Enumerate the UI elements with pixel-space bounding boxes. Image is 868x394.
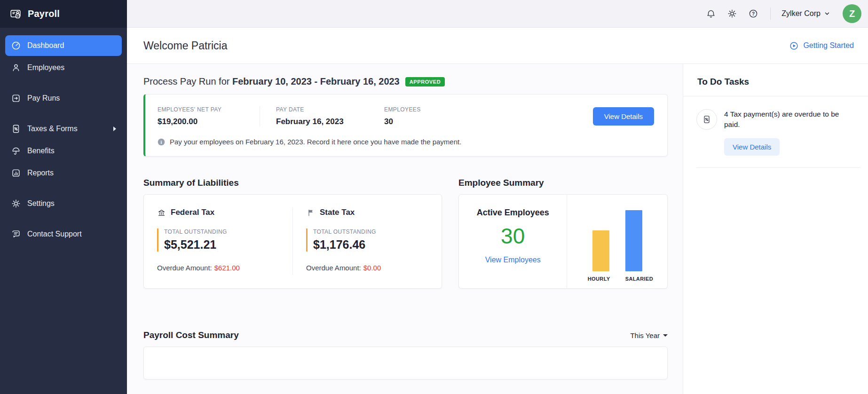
sidebar-item-label: Taxes & Forms bbox=[27, 125, 78, 133]
employee-bar-chart: HOURLY SALARIED bbox=[567, 195, 667, 288]
sidebar-item-reports[interactable]: Reports bbox=[5, 163, 122, 183]
app-title: Payroll bbox=[28, 8, 60, 19]
employees-icon bbox=[11, 63, 21, 73]
overdue-amount: $0.00 bbox=[363, 264, 381, 272]
sidebar-item-label: Settings bbox=[27, 199, 55, 208]
topbar-divider bbox=[770, 8, 771, 20]
active-employees-count: 30 bbox=[501, 223, 525, 249]
svg-text:?: ? bbox=[752, 11, 755, 16]
help-button[interactable]: ? bbox=[746, 7, 760, 21]
liabilities-card: Federal Tax TOTAL OUTSTANDING $5,521.21 … bbox=[143, 194, 442, 289]
sidebar-nav: Dashboard Employees Pay Runs bbox=[0, 35, 127, 244]
task-view-details-button[interactable]: View Details bbox=[724, 138, 780, 156]
sidebar-item-dashboard[interactable]: Dashboard bbox=[5, 35, 122, 56]
settings-gear-icon bbox=[11, 198, 21, 209]
payroll-logo-icon bbox=[9, 8, 22, 20]
stat-value: $19,200.00 bbox=[158, 117, 260, 126]
taxes-forms-icon bbox=[11, 124, 21, 134]
payroll-cost-title: Payroll Cost Summary bbox=[143, 330, 239, 340]
outstanding-amount: $5,521.21 bbox=[164, 238, 279, 252]
active-employees-block: Active Employees 30 View Employees bbox=[459, 195, 567, 288]
sidebar-item-label: Pay Runs bbox=[27, 94, 60, 102]
stat-net-pay: EMPLOYEES' NET PAY $19,200.00 bbox=[158, 106, 260, 126]
overdue-row: Overdue Amount:$621.00 bbox=[157, 264, 279, 272]
payroll-cost-card bbox=[143, 347, 668, 379]
bar-hourly bbox=[592, 230, 609, 271]
chevron-down-icon bbox=[824, 11, 830, 16]
federal-tax-block: Federal Tax TOTAL OUTSTANDING $5,521.21 … bbox=[144, 208, 293, 275]
tax-name: State Tax bbox=[320, 208, 355, 217]
active-employees-label: Active Employees bbox=[477, 208, 549, 218]
task-icon-circle bbox=[696, 109, 717, 130]
sidebar-item-label: Contact Support bbox=[27, 230, 82, 238]
payrun-period: February 10, 2023 - February 16, 2023 bbox=[232, 76, 400, 87]
user-avatar[interactable]: Z bbox=[843, 4, 861, 23]
notifications-button[interactable] bbox=[704, 7, 718, 21]
state-tax-block: State Tax TOTAL OUTSTANDING $1,176.46 Ov… bbox=[293, 208, 442, 275]
content-area: Welcome Patricia Getting Started Process… bbox=[127, 28, 868, 394]
reports-icon bbox=[11, 168, 21, 178]
tax-name: Federal Tax bbox=[171, 208, 214, 217]
overdue-amount: $621.00 bbox=[214, 264, 240, 272]
employee-summary-title: Employee Summary bbox=[458, 178, 668, 188]
settings-button[interactable] bbox=[725, 7, 739, 21]
help-icon: ? bbox=[748, 8, 758, 19]
welcome-header: Welcome Patricia Getting Started bbox=[127, 28, 868, 64]
sidebar: Payroll Dashboard Employees bbox=[0, 0, 127, 394]
payrun-card: EMPLOYEES' NET PAY $19,200.00 PAY DATE F… bbox=[143, 94, 668, 157]
outstanding-amount: $1,176.46 bbox=[313, 238, 428, 252]
getting-started-link[interactable]: Getting Started bbox=[789, 41, 854, 51]
bar-label-hourly: HOURLY bbox=[588, 276, 609, 282]
bell-icon bbox=[706, 8, 716, 19]
liabilities-title: Summary of Liabilities bbox=[143, 178, 442, 188]
outstanding-block: TOTAL OUTSTANDING $1,176.46 bbox=[306, 229, 428, 252]
todo-divider bbox=[696, 167, 860, 168]
stat-value: 30 bbox=[384, 117, 421, 126]
stat-value: February 16, 2023 bbox=[276, 117, 384, 126]
sidebar-item-employees[interactable]: Employees bbox=[5, 57, 122, 78]
employee-summary-card: Active Employees 30 View Employees HOURL… bbox=[458, 194, 668, 289]
sidebar-item-label: Benefits bbox=[27, 147, 55, 155]
play-circle-icon bbox=[789, 41, 799, 51]
view-details-button[interactable]: View Details bbox=[593, 107, 654, 126]
sidebar-item-benefits[interactable]: Benefits bbox=[5, 141, 122, 161]
gear-icon bbox=[727, 8, 737, 19]
flag-icon bbox=[306, 208, 315, 217]
sidebar-item-pay-runs[interactable]: Pay Runs bbox=[5, 88, 122, 109]
dashboard-main: Process Pay Run for February 10, 2023 - … bbox=[127, 64, 683, 394]
bank-icon bbox=[157, 208, 166, 217]
svg-text:i: i bbox=[161, 139, 162, 144]
getting-started-label: Getting Started bbox=[803, 41, 854, 50]
view-employees-link[interactable]: View Employees bbox=[485, 256, 541, 264]
liabilities-section: Summary of Liabilities Federal bbox=[143, 178, 442, 289]
todo-title: To Do Tasks bbox=[697, 77, 854, 87]
payroll-cost-section: Payroll Cost Summary This Year bbox=[143, 330, 668, 379]
sidebar-item-taxes-forms[interactable]: Taxes & Forms bbox=[5, 118, 122, 139]
overdue-label: Overdue Amount: bbox=[157, 264, 212, 272]
tax-document-icon bbox=[702, 115, 711, 124]
payrun-info-row: i Pay your employees on February 16, 202… bbox=[158, 138, 654, 146]
stat-label: EMPLOYEES' NET PAY bbox=[158, 106, 260, 113]
pay-runs-icon bbox=[11, 93, 21, 103]
app-logo: Payroll bbox=[0, 0, 127, 28]
sidebar-item-settings[interactable]: Settings bbox=[5, 193, 122, 214]
sidebar-item-label: Dashboard bbox=[27, 41, 64, 50]
employee-summary-section: Employee Summary Active Employees 30 Vie… bbox=[458, 178, 668, 289]
range-dropdown[interactable]: This Year bbox=[630, 331, 668, 339]
stat-employees: EMPLOYEES 30 bbox=[384, 106, 421, 126]
stat-label: EMPLOYEES bbox=[384, 106, 421, 113]
dashboard-icon bbox=[11, 40, 21, 51]
chevron-right-icon bbox=[113, 126, 116, 131]
outstanding-label: TOTAL OUTSTANDING bbox=[164, 229, 279, 235]
org-name: Zylker Corp bbox=[781, 9, 821, 18]
sidebar-item-contact-support[interactable]: Contact Support bbox=[5, 224, 122, 244]
outstanding-block: TOTAL OUTSTANDING $5,521.21 bbox=[157, 229, 279, 252]
org-switcher[interactable]: Zylker Corp bbox=[781, 9, 830, 18]
payrun-title-row: Process Pay Run for February 10, 2023 - … bbox=[143, 76, 668, 87]
todo-panel: To Do Tasks 4 Tax payment(s) are overdue… bbox=[683, 64, 868, 394]
overdue-row: Overdue Amount:$0.00 bbox=[306, 264, 428, 272]
stat-pay-date: PAY DATE February 16, 2023 bbox=[276, 106, 384, 126]
sidebar-item-label: Employees bbox=[27, 63, 64, 72]
stat-label: PAY DATE bbox=[276, 106, 384, 113]
task-text: 4 Tax payment(s) are overdue to be paid. bbox=[724, 109, 855, 130]
